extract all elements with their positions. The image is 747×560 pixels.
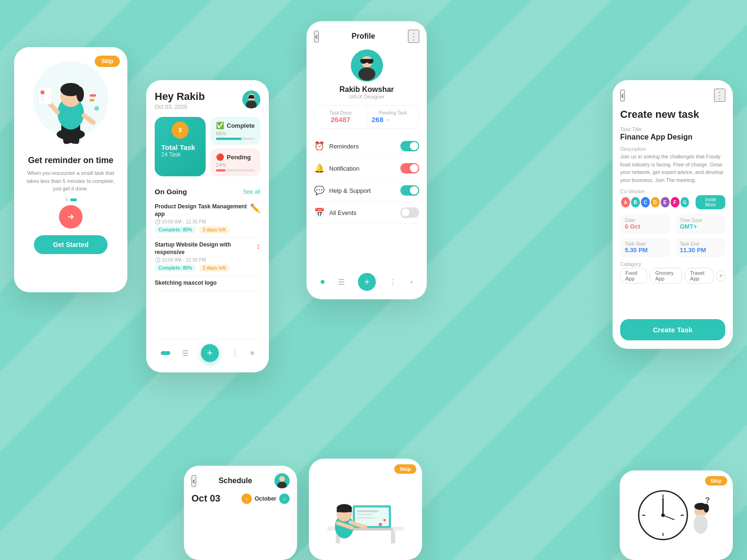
coworker-avatars-row: A B C D E F G Invite More: [620, 195, 725, 209]
task-1-days-tag: 3 days left: [199, 226, 230, 233]
nav-icon-menu[interactable]: ⋮: [231, 349, 239, 358]
schedule-header: ‹ Schedule: [191, 473, 290, 488]
help-support-label: Help & Support: [329, 187, 371, 194]
create-task-card: ‹ ⋮ Create new task Task Title Finance A…: [613, 80, 733, 349]
task-start-value: 5.30 PM: [625, 247, 666, 254]
task-2-name: Startup Website Design with responsive: [155, 241, 253, 256]
dot-1: [65, 198, 68, 201]
add-category-button[interactable]: +: [716, 270, 725, 281]
category-travel-app[interactable]: Travel App: [685, 268, 714, 284]
reminders-icon: ⏰: [314, 141, 324, 151]
back-button[interactable]: ‹: [314, 31, 319, 42]
schedule-prev-button[interactable]: ‹: [241, 494, 252, 504]
task-title-value: Finance App Design: [620, 133, 725, 141]
schedule-back-button[interactable]: ‹: [191, 475, 196, 487]
pending-task-label: Pending Task: [372, 110, 414, 115]
next-arrow-button[interactable]: [59, 205, 83, 229]
schedule-title: Schedule: [218, 477, 252, 485]
category-food-app[interactable]: Food App: [620, 268, 647, 284]
complete-label: Complete: [227, 122, 255, 129]
svg-point-8: [76, 87, 84, 102]
help-support-knob: [410, 186, 418, 195]
svg-rect-54: [357, 514, 372, 515]
notification-icon: 🔔: [314, 163, 324, 173]
svg-point-50: [362, 524, 367, 529]
create-task-back-button[interactable]: ‹: [620, 90, 625, 101]
help-support-toggle-row: 💬 Help & Support: [314, 180, 419, 202]
user-avatar: [242, 91, 260, 108]
svg-rect-24: [252, 97, 255, 99]
schedule-next-button[interactable]: ›: [279, 494, 290, 504]
category-grocery-app[interactable]: Grocery App: [650, 268, 682, 284]
schedule-month-label: October: [255, 495, 276, 502]
svg-rect-12: [39, 87, 52, 104]
pnav-menu-icon[interactable]: ⋮: [389, 278, 397, 287]
svg-point-51: [379, 522, 382, 526]
svg-rect-23: [248, 97, 251, 99]
task-done-stat: Task Done 26487: [315, 106, 366, 128]
onboarding3-illustration: ?: [626, 477, 726, 553]
create-task-more-button[interactable]: ⋮: [714, 89, 725, 102]
task-item-2: Startup Website Design with responsive ↕…: [155, 238, 260, 276]
date-value: 6 Oct: [625, 223, 666, 230]
profile-fab-button[interactable]: +: [358, 273, 376, 291]
timezone-label: Time Zone: [680, 218, 721, 223]
task-3-name: Sketching mascot logo: [155, 280, 260, 287]
svg-text:$: $: [179, 127, 182, 133]
onboarding3-card: Skip ?: [620, 470, 733, 560]
invite-more-button[interactable]: Invite More: [696, 195, 725, 209]
create-task-button[interactable]: Create Task: [620, 319, 725, 340]
coworker-avatar-6: F: [670, 196, 681, 208]
category-label: Catagory: [620, 261, 725, 267]
onboarding2-illustration: [314, 463, 417, 555]
more-options-button[interactable]: ⋮: [408, 30, 419, 43]
dashboard-bottom-nav: ☰ + ⋮: [155, 339, 260, 362]
pnav-dot-1: [321, 280, 324, 284]
dashboard-header: Hey Rakib Oct 03, 2020: [155, 91, 260, 110]
svg-rect-55: [357, 517, 375, 519]
stats-row: $ Total Task 24 Task ✅ Complete 66% 🔴 Pe…: [155, 117, 260, 176]
onboarding3-skip-button[interactable]: Skip: [705, 476, 727, 486]
reminders-toggle-row: ⏰ Reminders: [314, 135, 419, 157]
all-events-icon: 📅: [314, 207, 324, 218]
pending-pct: 24%: [216, 162, 255, 168]
task-title-label: Task Title: [620, 126, 725, 132]
onboarding2-skip-button[interactable]: Skip: [394, 464, 416, 474]
total-task-label: Total Task: [161, 143, 199, 151]
svg-point-36: [279, 476, 285, 482]
see-all-button[interactable]: See all: [243, 189, 260, 195]
svg-rect-47: [337, 510, 352, 512]
coworker-avatar-3: C: [640, 196, 651, 208]
notification-toggle[interactable]: [400, 163, 419, 173]
stats-right-col: ✅ Complete 66% 🔴 Pending 24%: [210, 117, 260, 176]
svg-point-52: [383, 519, 386, 521]
clock-figure-illustration: ?: [629, 480, 723, 551]
dashboard-greeting-block: Hey Rakib Oct 03, 2020: [155, 91, 205, 110]
svg-point-68: [694, 514, 708, 534]
svg-rect-34: [360, 59, 374, 63]
profile-stats-row: Task Done 26487 Pending Task 268 →: [314, 105, 419, 129]
nav-icon-list[interactable]: ☰: [182, 349, 189, 358]
task-item-1: Product Design Task Management app ✏️ 🕐 …: [155, 199, 260, 238]
task-1-name: Product Design Task Management app: [155, 203, 247, 218]
get-started-button[interactable]: Get Started: [34, 235, 107, 254]
svg-point-18: [94, 106, 99, 111]
coworker-label: Co-Worker: [620, 189, 725, 194]
help-support-toggle[interactable]: [400, 185, 419, 196]
reminders-toggle[interactable]: [400, 141, 419, 151]
pending-task-arrow: →: [385, 117, 390, 122]
svg-rect-17: [90, 99, 94, 101]
notification-label-group: 🔔 Notification: [314, 163, 359, 173]
task-end-label: Task End: [680, 241, 721, 247]
ongoing-section-header: On Going See all: [155, 188, 260, 196]
pnav-list-icon[interactable]: ☰: [338, 278, 345, 287]
svg-point-60: [661, 513, 665, 517]
fab-add-button[interactable]: +: [201, 344, 219, 362]
notification-knob: [410, 164, 418, 173]
dashboard-greeting: Hey Rakib: [155, 91, 205, 103]
pagination-dots: [65, 198, 77, 201]
date-timezone-row: Date 6 Oct Time Zone GMT+: [620, 214, 725, 234]
dashboard-card: Hey Rakib Oct 03, 2020 $ Total Task: [146, 80, 269, 372]
create-task-header: ‹ ⋮: [620, 89, 725, 102]
all-events-toggle[interactable]: [400, 207, 419, 218]
